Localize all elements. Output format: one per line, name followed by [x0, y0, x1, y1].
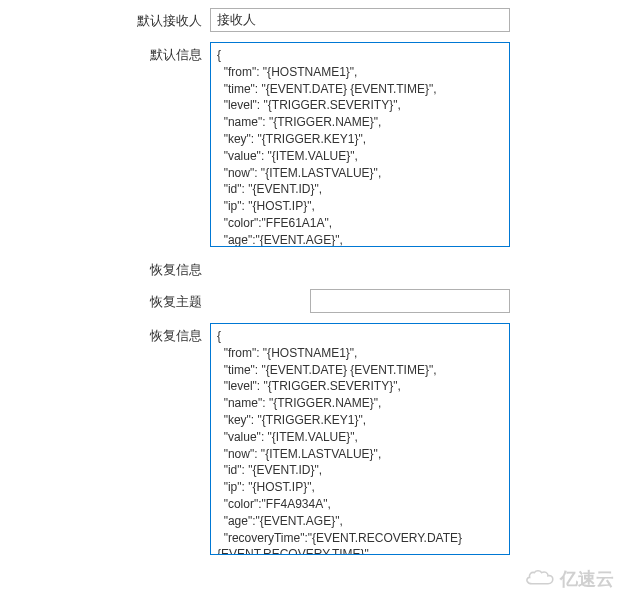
recovery-message-textarea[interactable]: { "from": "{HOSTNAME1}", "time": "{EVENT…	[210, 323, 510, 555]
recovery-subject-input[interactable]	[310, 289, 510, 313]
recipient-label: 默认接收人	[0, 8, 210, 30]
recovery-enable-label: 恢复信息	[0, 257, 210, 279]
recovery-subject-label: 恢复主题	[0, 289, 210, 311]
cloud-icon	[524, 569, 556, 573]
default-message-textarea[interactable]: { "from": "{HOSTNAME1}", "time": "{EVENT…	[210, 42, 510, 247]
default-message-label: 默认信息	[0, 42, 210, 64]
recovery-message-label: 恢复信息	[0, 323, 210, 345]
watermark: 亿速云	[524, 567, 614, 573]
watermark-text: 亿速云	[560, 567, 614, 573]
recipient-input[interactable]	[210, 8, 510, 32]
